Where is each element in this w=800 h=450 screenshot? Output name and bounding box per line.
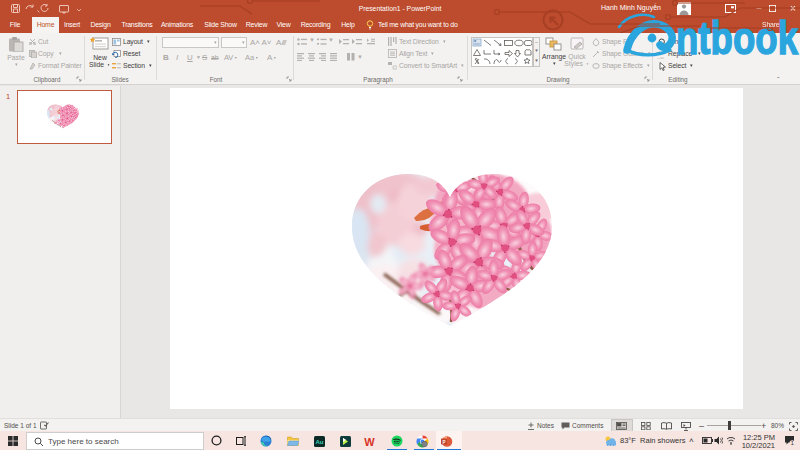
svg-text:W: W [364, 436, 375, 447]
svg-text:P: P [442, 439, 445, 444]
svg-text:1: 1 [791, 440, 794, 446]
svg-text:▼: ▼ [357, 54, 363, 60]
svg-text:▼: ▼ [309, 38, 315, 43]
svg-text:▼: ▼ [328, 38, 334, 43]
svg-text:→ac: →ac [656, 55, 664, 59]
svg-text:Au: Au [316, 439, 324, 445]
